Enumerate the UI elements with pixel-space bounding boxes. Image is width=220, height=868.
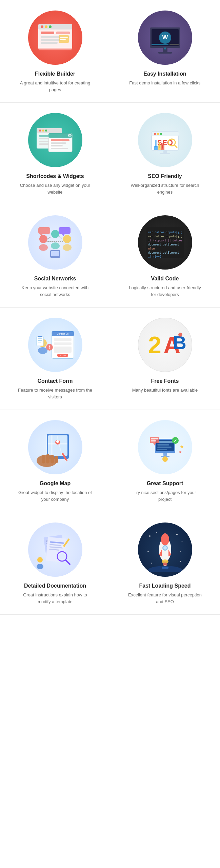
svg-point-42 xyxy=(154,133,156,135)
svg-text:W: W xyxy=(162,34,168,41)
svg-point-4 xyxy=(49,25,52,28)
svg-rect-92 xyxy=(38,338,42,339)
svg-text:var dotpos=inputs[j];: var dotpos=inputs[j]; xyxy=(148,235,182,238)
svg-text:Submit: Submit xyxy=(59,354,66,356)
svg-point-150 xyxy=(161,533,169,546)
feature-desc-shortcodes-widgets: Choose and use any widget on your websit… xyxy=(18,182,93,195)
feature-desc-fast-loading-speed: Excellent feature for visual perception … xyxy=(128,592,202,605)
svg-rect-52 xyxy=(158,145,161,150)
feature-image-contact-form: Contact Us Submit ! xyxy=(28,318,82,372)
feature-desc-easy-installation: Fast demo installation in a few clicks xyxy=(129,80,200,86)
svg-point-88 xyxy=(38,347,47,354)
svg-rect-119 xyxy=(157,444,169,446)
feature-title-valid-code: Valid Code xyxy=(151,276,179,282)
svg-rect-127 xyxy=(150,437,159,443)
svg-rect-11 xyxy=(60,37,68,38)
svg-rect-93 xyxy=(38,340,42,341)
svg-rect-67 xyxy=(59,227,71,234)
feature-desc-great-support: Try nice sections/pages for your project xyxy=(128,489,202,502)
svg-point-26 xyxy=(42,130,44,132)
svg-rect-111 xyxy=(51,455,54,463)
svg-point-61 xyxy=(63,244,72,251)
feature-easy-installation: W Easy Installation Fast demo installati… xyxy=(110,0,220,103)
svg-rect-94 xyxy=(38,342,41,342)
svg-point-27 xyxy=(45,130,47,132)
feature-title-easy-installation: Easy Installation xyxy=(143,71,186,77)
svg-point-124 xyxy=(162,456,168,462)
feature-image-free-fonts: 2 A B xyxy=(138,318,192,372)
feature-title-free-fonts: Free Fonts xyxy=(151,378,179,384)
svg-point-152 xyxy=(163,546,167,550)
svg-rect-122 xyxy=(163,453,167,456)
feature-title-social-networks: Social Networks xyxy=(34,276,76,282)
svg-marker-68 xyxy=(62,234,65,236)
svg-point-163 xyxy=(147,551,149,552)
svg-point-25 xyxy=(39,130,41,132)
feature-image-easy-installation: W xyxy=(138,11,192,65)
svg-point-99 xyxy=(178,333,182,337)
feature-title-google-map: Google Map xyxy=(40,480,71,487)
svg-rect-9 xyxy=(41,42,58,44)
feature-image-google-map xyxy=(28,420,82,474)
svg-text:✓: ✓ xyxy=(174,438,177,443)
svg-rect-37 xyxy=(51,148,68,149)
svg-rect-35 xyxy=(51,142,66,144)
feature-google-map: Google Map Great widget to display the l… xyxy=(0,410,110,512)
feature-free-fonts: 2 A B Free Fonts Many beautiful fonts ar… xyxy=(110,308,220,410)
svg-rect-65 xyxy=(38,227,50,234)
svg-text:var datpos=inputs[j];: var datpos=inputs[j]; xyxy=(148,231,182,234)
feature-desc-detailed-documentation: Great instructions explain how to modify… xyxy=(18,592,93,605)
feature-title-flexible-builder: Flexible Builder xyxy=(35,71,75,77)
svg-point-22 xyxy=(164,47,166,50)
feature-social-networks: Social Networks Keep your website connec… xyxy=(0,205,110,308)
svg-rect-34 xyxy=(51,139,69,141)
svg-rect-55 xyxy=(160,153,170,154)
svg-point-107 xyxy=(56,440,59,443)
svg-rect-167 xyxy=(162,567,168,569)
svg-rect-120 xyxy=(157,447,172,448)
feature-desc-seo-friendly: Well-organized structure for search engi… xyxy=(128,182,202,195)
svg-text:if (atpos<1 || dotpos: if (atpos<1 || dotpos xyxy=(148,239,182,242)
svg-text:!: ! xyxy=(49,345,50,350)
svg-rect-110 xyxy=(46,454,49,463)
feature-image-fast-loading-speed xyxy=(138,522,192,577)
svg-text:★: ★ xyxy=(180,444,184,449)
feature-flexible-builder: Flexible Builder A great and intuitive t… xyxy=(0,0,110,103)
feature-shortcodes-widgets: ⚙ Shortcodes & Widgets Choose and use an… xyxy=(0,103,110,205)
feature-detailed-documentation: Detailed Documentation Great instruction… xyxy=(0,512,110,615)
svg-text:document.getElement: document.getElement xyxy=(148,251,179,254)
feature-image-detailed-documentation xyxy=(28,522,82,577)
feature-desc-google-map: Great widget to display the location of … xyxy=(18,489,93,502)
feature-title-detailed-documentation: Detailed Documentation xyxy=(24,583,86,589)
svg-point-43 xyxy=(157,133,159,135)
svg-rect-51 xyxy=(154,146,158,150)
feature-title-shortcodes-widgets: Shortcodes & Widgets xyxy=(26,173,84,179)
svg-rect-121 xyxy=(157,449,167,450)
svg-rect-53 xyxy=(161,143,164,150)
svg-text:Contact Us: Contact Us xyxy=(57,333,68,335)
svg-rect-31 xyxy=(39,143,49,145)
feature-title-great-support: Great Support xyxy=(147,480,183,487)
svg-line-143 xyxy=(65,560,70,564)
svg-line-62 xyxy=(47,237,51,239)
feature-valid-code: var datpos=inputs[j]; var dotpos=inputs[… xyxy=(110,205,220,308)
svg-point-146 xyxy=(37,564,43,569)
svg-rect-95 xyxy=(38,336,42,337)
svg-point-165 xyxy=(180,561,181,562)
svg-rect-18 xyxy=(152,44,168,45)
svg-text:document.getElement: document.getElement xyxy=(148,243,179,246)
feature-desc-free-fonts: Many beautiful fonts are available xyxy=(132,387,198,394)
svg-rect-130 xyxy=(151,440,156,441)
svg-rect-54 xyxy=(163,150,167,153)
svg-rect-118 xyxy=(157,441,173,443)
feature-image-flexible-builder xyxy=(28,11,82,65)
svg-point-56 xyxy=(39,235,47,243)
feature-desc-flexible-builder: A great and intuitive tool for creating … xyxy=(18,80,93,93)
feature-contact-form: Contact Us Submit ! xyxy=(0,308,110,410)
feature-desc-contact-form: Feature to receive messages from the vis… xyxy=(18,387,93,400)
svg-rect-6 xyxy=(56,32,70,34)
feature-seo-friendly: SEO SEO Friendly Well-organized structur… xyxy=(110,103,220,205)
feature-title-contact-form: Contact Form xyxy=(38,378,73,384)
svg-rect-82 xyxy=(54,338,72,341)
svg-rect-83 xyxy=(54,342,72,345)
